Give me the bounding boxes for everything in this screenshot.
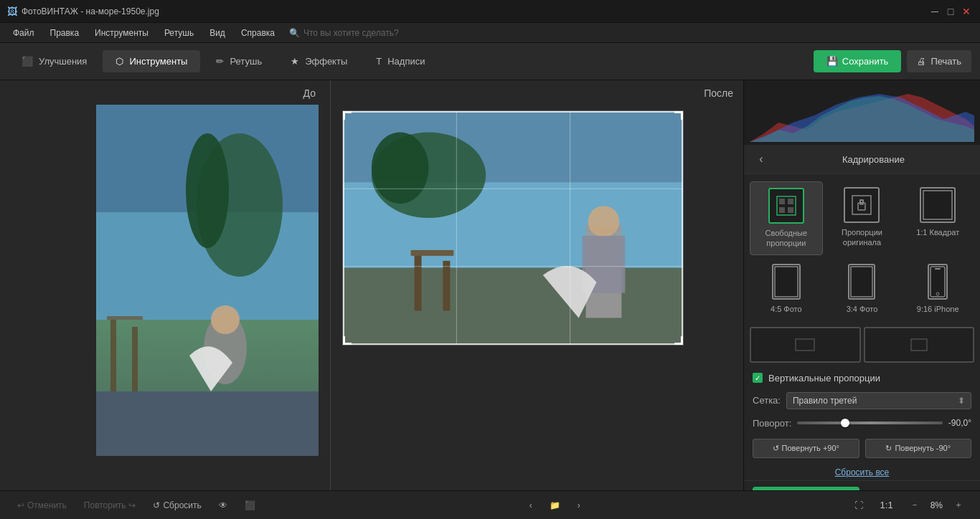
menu-view[interactable]: Вид (202, 26, 232, 40)
fullscreen-icon: ⛶ (854, 500, 863, 510)
crop-916-icon (928, 264, 948, 300)
compare-button[interactable]: ⬛ (239, 497, 261, 513)
titlebar: 🖼 ФотоВИНТАЖ - на-море-1950е.jpg ─ □ ✕ (0, 0, 980, 23)
rotate-minus-button[interactable]: ↻ Повернуть -90° (865, 439, 972, 458)
svg-rect-39 (788, 207, 793, 213)
eye-button[interactable]: 👁 (213, 497, 233, 513)
crop-45-icon (772, 264, 801, 300)
after-image[interactable] (342, 110, 684, 346)
save-button[interactable]: 💾 Сохранить (814, 50, 902, 72)
folder-button[interactable]: 📁 (544, 497, 566, 513)
svg-rect-48 (935, 268, 941, 270)
crop-45[interactable]: 4:5 Фото (750, 258, 823, 320)
fullscreen-button[interactable]: ⛶ (849, 497, 869, 513)
back-button[interactable]: ‹ (753, 151, 770, 168)
svg-rect-16 (443, 261, 450, 311)
reset-label: Сбросить (163, 500, 201, 510)
effects-icon: ★ (291, 56, 299, 67)
titlebar-controls[interactable]: ─ □ ✕ (928, 5, 973, 18)
reset-row: Сбросить все (744, 464, 980, 480)
search-placeholder[interactable]: Что вы хотите сделать? (303, 28, 399, 38)
grid-select[interactable]: Правило третей ⬍ (786, 392, 971, 409)
undo-icon: ↩ (17, 500, 24, 510)
crop-34[interactable]: 3:4 Фото (826, 258, 899, 320)
svg-rect-37 (779, 207, 785, 213)
prev-button[interactable]: ‹ (524, 497, 538, 513)
reset-button[interactable]: ↺ Сбросить (147, 497, 207, 513)
zoom-ratio: 1:1 (875, 497, 899, 513)
titlebar-left: 🖼 ФотоВИНТАЖ - на-море-1950е.jpg (7, 6, 159, 17)
zoom-in-button[interactable]: ＋ (948, 496, 969, 514)
histogram (744, 80, 980, 145)
svg-rect-14 (343, 268, 683, 345)
before-label: До (303, 87, 319, 99)
crop-free[interactable]: Свободныепропорции (750, 181, 823, 255)
menu-tools[interactable]: Инструменты (88, 26, 156, 40)
svg-rect-51 (911, 339, 927, 351)
grid-chevron-icon: ⬍ (958, 396, 965, 406)
reset-link[interactable]: Сбросить все (835, 467, 890, 477)
rotate-buttons: ↺ Повернуть +90° ↻ Повернуть -90° (744, 433, 980, 464)
menu-retouch[interactable]: Ретушь (157, 26, 201, 40)
prev-icon: ‹ (529, 500, 532, 510)
svg-point-3 (186, 133, 229, 248)
svg-point-49 (936, 292, 939, 295)
cancel-button[interactable]: ✕ Отмена (865, 487, 972, 490)
tab-effects[interactable]: ★ Эффекты (278, 50, 360, 72)
rotation-row: Поворот: -90,0° (744, 414, 980, 433)
rotation-slider[interactable] (797, 422, 943, 424)
app-icon: 🖼 (7, 6, 17, 17)
save-label: Сохранить (842, 56, 889, 67)
print-button[interactable]: 🖨 Печать (907, 50, 971, 72)
before-panel: До (0, 80, 330, 490)
next-button[interactable]: › (572, 497, 586, 513)
crop-916-label: 9:16 iPhone (917, 304, 959, 314)
zoom-out-button[interactable]: － (905, 496, 925, 514)
close-button[interactable]: ✕ (960, 5, 973, 18)
minimize-button[interactable]: ─ (928, 5, 941, 18)
tab-improvements[interactable]: ⬛ Улучшения (9, 50, 100, 72)
undo-label: Отменить (27, 500, 67, 510)
tab-tools[interactable]: ⬡ Инструменты (103, 50, 200, 72)
redo-button[interactable]: Повторить ↪ (78, 497, 142, 513)
svg-rect-4 (110, 320, 116, 391)
crop-original[interactable]: Пропорцииоригинала (826, 181, 899, 255)
vertical-proportions-checkbox[interactable]: ✓ (753, 373, 763, 383)
improvements-icon: ⬛ (22, 56, 33, 67)
retouch-icon: ✏ (216, 56, 224, 67)
maximize-button[interactable]: □ (944, 5, 957, 18)
menu-file[interactable]: Файл (6, 26, 42, 40)
menu-help[interactable]: Справка (234, 26, 282, 40)
svg-rect-45 (775, 267, 798, 297)
svg-rect-5 (132, 327, 138, 391)
bottom-bar: ↩ Отменить Повторить ↪ ↺ Сбросить 👁 ⬛ ‹ … (0, 490, 980, 519)
toolbar-right: 💾 Сохранить 🖨 Печать (814, 50, 971, 72)
tab-retouch[interactable]: ✏ Ретушь (203, 50, 275, 72)
redo-label: Повторить (84, 500, 126, 510)
crop-more-1[interactable] (750, 327, 861, 363)
svg-point-13 (372, 133, 429, 204)
tab-retouch-label: Ретушь (230, 56, 262, 67)
vertical-proportions-label: Вертикальные пропорции (768, 373, 880, 384)
rotation-value: -90,0° (948, 418, 971, 428)
rotate-plus-button[interactable]: ↺ Повернуть +90° (753, 439, 859, 458)
svg-rect-36 (779, 199, 785, 204)
crop-square-label: 1:1 Квадрат (916, 227, 959, 237)
apply-button[interactable]: ✓ Применить (753, 487, 859, 490)
eye-icon: 👁 (219, 500, 227, 510)
crop-916[interactable]: 9:16 iPhone (901, 258, 974, 320)
undo-button[interactable]: ↩ Отменить (11, 497, 72, 513)
grid-value: Правило третей (793, 396, 857, 406)
crop-more-2[interactable] (864, 327, 975, 363)
crop-options: Свободныепропорции Пропорцииоригинала (744, 174, 980, 327)
crop-square[interactable]: 1:1 Квадрат (901, 181, 974, 255)
crop-free-label: Свободныепропорции (765, 228, 807, 249)
crop-34-label: 3:4 Фото (847, 304, 878, 314)
rotation-thumb[interactable] (841, 419, 849, 427)
tab-text[interactable]: T Надписи (363, 50, 438, 72)
after-panel: После (331, 80, 743, 490)
svg-rect-44 (923, 191, 952, 219)
tab-tools-label: Инструменты (129, 56, 187, 67)
tab-improvements-label: Улучшения (39, 56, 87, 67)
menu-edit[interactable]: Правка (43, 26, 87, 40)
